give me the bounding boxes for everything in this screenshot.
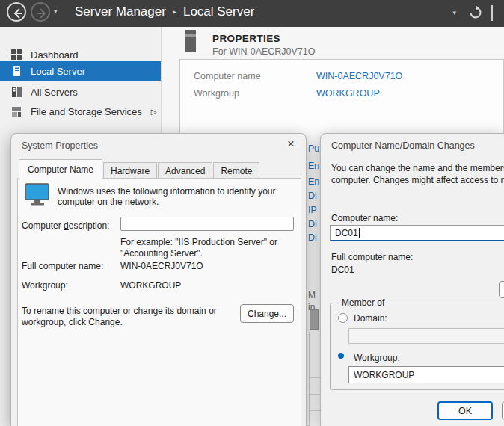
back-arrow-icon	[10, 6, 25, 21]
workgroup-value: WORKGROUP	[120, 280, 181, 291]
scrollbar-thumb[interactable]	[310, 309, 319, 330]
tab-strip: Computer NameHardwareAdvancedRemote	[19, 159, 260, 179]
intro-text: Windows uses the following information t…	[58, 186, 300, 207]
computer-description-label: Computer description:	[22, 220, 109, 231]
tab-computer-name[interactable]: Computer Name	[19, 159, 102, 180]
description-example-text: For example: "IIS Production Server" or …	[120, 237, 307, 259]
domain-changes-dialog: Computer Name/Domain Changes You can cha…	[320, 133, 504, 426]
computer-name-input[interactable]: DC01	[330, 225, 504, 241]
computer-description-input[interactable]	[120, 217, 294, 231]
clipped-link[interactable]: Di	[308, 232, 317, 243]
refresh-icon[interactable]	[468, 5, 483, 20]
member-of-groupbox: Member of Domain: Workgroup: WORKGROUP	[330, 303, 504, 390]
member-of-label: Member of	[339, 297, 387, 308]
nav-history-caret-icon[interactable]: ▾	[54, 7, 58, 15]
breadcrumb-root[interactable]: Server Manager	[75, 4, 166, 19]
text-cursor	[359, 228, 360, 238]
full-computer-name-value: DC01	[331, 265, 354, 275]
breadcrumb-current[interactable]: Local Server	[183, 4, 254, 19]
workgroup-label: Workgroup:	[22, 280, 68, 291]
computer-name-label: Computer name:	[331, 213, 398, 223]
full-computer-name-value: WIN-0AECRJ0V71O	[120, 261, 203, 271]
workgroup-input[interactable]: WORKGROUP	[348, 366, 504, 383]
domain-input[interactable]	[348, 328, 504, 344]
dialog-body-text: You can change the name and the membersh…	[331, 162, 504, 186]
dialog-title: System Properties	[22, 141, 98, 151]
change-button[interactable]: Change...	[240, 304, 294, 323]
forward-button[interactable]	[31, 2, 50, 22]
full-computer-name-label: Full computer name:	[22, 261, 103, 271]
workgroup-label: Workgroup:	[354, 353, 400, 363]
ok-button[interactable]: OK	[437, 401, 493, 420]
back-button[interactable]	[7, 2, 26, 22]
clipped-link[interactable]: Pu	[308, 143, 319, 154]
monitor-icon	[25, 183, 50, 208]
workgroup-radio[interactable]	[338, 353, 344, 359]
tab-page	[17, 178, 301, 426]
more-button[interactable]	[499, 281, 504, 298]
notifications-flag-icon[interactable]	[491, 5, 493, 21]
background-table-edge	[309, 332, 320, 426]
clipped-link[interactable]: IP	[308, 205, 317, 215]
system-properties-dialog: System Properties × Computer NameHardwar…	[10, 133, 307, 426]
dialog-title: Computer Name/Domain Changes	[331, 141, 475, 151]
rename-hint-text: To rename this computer or change its do…	[22, 306, 236, 328]
titlebar: ▾ Server Manager▸Local Server ▾	[0, 0, 504, 27]
close-icon[interactable]: ×	[282, 135, 300, 153]
clipped-link[interactable]: En	[308, 176, 319, 187]
domain-radio[interactable]	[338, 313, 348, 323]
manage-caret-icon[interactable]: ▾	[452, 9, 456, 16]
clipped-link[interactable]: Di	[308, 191, 317, 201]
clipped-link[interactable]: Di	[308, 219, 317, 229]
clipped-text: M	[308, 290, 316, 300]
full-computer-name-label: Full computer name:	[331, 252, 413, 262]
forward-arrow-icon	[34, 6, 49, 21]
breadcrumb: Server Manager▸Local Server	[75, 4, 254, 19]
clipped-link[interactable]: En	[308, 161, 319, 171]
domain-label: Domain:	[354, 313, 387, 324]
breadcrumb-separator-icon: ▸	[173, 7, 176, 16]
server-manager-window: ▾ Server Manager▸Local Server ▾ Dashboar…	[0, 0, 504, 426]
